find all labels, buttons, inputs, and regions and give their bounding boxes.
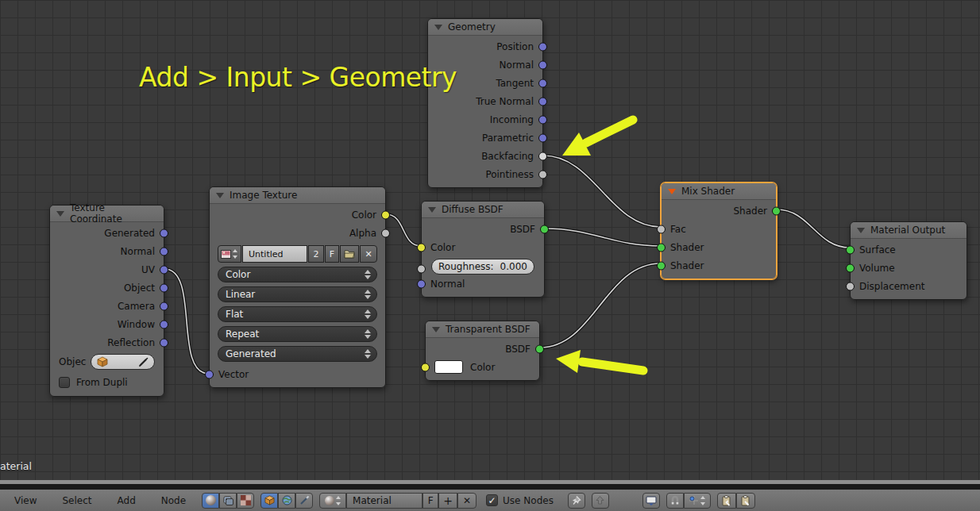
output-socket-shader[interactable]: [772, 206, 781, 215]
node-editor-header: View Select Add Node: [0, 490, 980, 511]
node-geometry[interactable]: Geometry Position Normal Tangent True No…: [427, 18, 543, 188]
output-socket-uv[interactable]: [160, 265, 168, 274]
paste-nodes-button[interactable]: [736, 493, 755, 509]
dropdown-arrows-icon: [365, 349, 371, 359]
output-socket-bsdf[interactable]: [540, 225, 549, 233]
input-socket-color[interactable]: [421, 363, 430, 371]
source-dropdown[interactable]: Generated: [218, 346, 377, 362]
output-socket-normal[interactable]: [160, 247, 168, 256]
menu-select[interactable]: Select: [52, 495, 101, 506]
pin-button[interactable]: [568, 493, 585, 509]
node-mix-shader[interactable]: Mix Shader Shader Fac Shader Shader: [661, 182, 777, 279]
socket-row: Vector: [210, 365, 385, 383]
collapse-icon[interactable]: [857, 228, 865, 233]
input-socket-shader1[interactable]: [657, 243, 666, 252]
link-backfacing-to-fac: [543, 156, 661, 227]
node-header[interactable]: Geometry: [428, 19, 542, 36]
image-users-button[interactable]: 2: [308, 245, 324, 263]
input-socket-volume[interactable]: [846, 263, 855, 272]
collapse-icon[interactable]: [428, 207, 436, 213]
projection-dropdown[interactable]: Flat: [218, 306, 377, 322]
roughness-slider[interactable]: Roughness: 0.000: [431, 259, 534, 275]
fake-user-button[interactable]: F: [325, 245, 339, 263]
shader-nodes-button[interactable]: [202, 493, 219, 509]
input-socket-vector[interactable]: [205, 370, 214, 378]
image-browse-button[interactable]: [218, 245, 241, 263]
output-socket-window[interactable]: [160, 320, 168, 328]
node-header[interactable]: Diffuse BSDF: [422, 202, 544, 218]
input-socket-surface[interactable]: [846, 245, 855, 254]
output-socket-pointiness[interactable]: [538, 170, 547, 179]
output-socket-alpha[interactable]: [381, 229, 390, 237]
node-header[interactable]: Texture Coordinate: [50, 206, 164, 222]
collapse-icon[interactable]: [434, 25, 442, 30]
fake-user-button[interactable]: F: [422, 493, 438, 509]
image-name-field[interactable]: Untitled: [242, 245, 307, 263]
output-socket-object[interactable]: [160, 283, 168, 292]
input-socket-shader2[interactable]: [657, 261, 666, 270]
output-socket-reflection[interactable]: [160, 338, 168, 347]
input-socket-roughness[interactable]: [417, 265, 426, 274]
output-socket-tangent[interactable]: [538, 79, 547, 87]
input-socket-displacement[interactable]: [846, 282, 855, 290]
output-socket-normal[interactable]: [538, 60, 547, 69]
node-transparent-bsdf[interactable]: Transparent BSDF BSDF Color: [425, 321, 540, 381]
collapse-icon[interactable]: [668, 189, 676, 194]
node-header[interactable]: Transparent BSDF: [426, 321, 539, 338]
node-image-texture[interactable]: Image Texture Color Alpha Untitled 2 F: [209, 186, 386, 388]
unlink-material-button[interactable]: ✕: [457, 493, 476, 509]
go-to-parent-button[interactable]: [592, 493, 609, 509]
compositing-nodes-button[interactable]: [219, 493, 237, 509]
collapse-icon[interactable]: [432, 327, 440, 332]
node-material-output[interactable]: Material Output Surface Volume Displacem…: [850, 221, 967, 300]
backdrop-icon: [646, 495, 657, 505]
browse-material-button[interactable]: [319, 493, 346, 509]
input-socket-normal[interactable]: [417, 279, 426, 288]
output-socket-true-normal[interactable]: [538, 97, 547, 106]
output-socket-position[interactable]: [538, 42, 547, 51]
texture-nodes-button[interactable]: [237, 493, 254, 509]
checkbox-checked-icon[interactable]: ✓: [486, 494, 498, 506]
new-material-button[interactable]: +: [438, 493, 457, 509]
object-context-button[interactable]: [260, 493, 278, 509]
color-swatch[interactable]: [434, 360, 463, 374]
node-header[interactable]: Material Output: [851, 222, 966, 239]
world-context-button[interactable]: [278, 493, 295, 509]
snap-toggle-button[interactable]: [666, 493, 684, 509]
input-socket-color[interactable]: [417, 243, 426, 252]
linestyle-context-button[interactable]: [295, 493, 313, 509]
material-name-field[interactable]: Material: [346, 493, 422, 509]
browse-stepper-icon[interactable]: [233, 249, 238, 259]
input-socket-fac[interactable]: [657, 225, 666, 233]
interpolation-dropdown[interactable]: Linear: [218, 286, 377, 302]
extension-dropdown[interactable]: Repeat: [218, 326, 377, 342]
menu-add[interactable]: Add: [108, 495, 145, 506]
node-header[interactable]: Image Texture: [210, 187, 385, 204]
use-nodes-toggle[interactable]: ✓ Use Nodes: [486, 494, 554, 506]
node-diffuse-bsdf[interactable]: Diffuse BSDF BSDF Color Roughness: 0.000…: [421, 201, 545, 298]
unlink-image-button[interactable]: ✕: [360, 245, 377, 263]
output-socket-incoming[interactable]: [538, 115, 547, 124]
output-socket-backfacing[interactable]: [538, 152, 547, 160]
open-image-button[interactable]: [340, 245, 359, 263]
output-socket-camera[interactable]: [160, 302, 168, 310]
node-header[interactable]: Mix Shader: [662, 183, 776, 200]
link-diffuse-to-shader1: [545, 229, 661, 246]
copy-nodes-button[interactable]: [717, 493, 736, 509]
backdrop-toggle-button[interactable]: [642, 493, 660, 509]
socket-row: Parametric: [428, 129, 542, 147]
object-selector-field[interactable]: [91, 354, 155, 370]
checkbox-from-dupli[interactable]: [59, 377, 70, 388]
output-socket-generated[interactable]: [160, 229, 168, 237]
eyedropper-icon[interactable]: [138, 357, 149, 367]
snap-element-button[interactable]: [684, 493, 711, 509]
output-socket-parametric[interactable]: [538, 133, 547, 142]
collapse-icon[interactable]: [56, 211, 64, 217]
output-socket-color[interactable]: [381, 210, 390, 219]
node-texture-coordinate[interactable]: Texture Coordinate Generated Normal UV O…: [49, 205, 164, 397]
output-socket-bsdf[interactable]: [535, 344, 544, 353]
color-space-dropdown[interactable]: Color: [218, 267, 377, 282]
menu-view[interactable]: View: [5, 495, 46, 506]
collapse-icon[interactable]: [216, 193, 224, 198]
menu-node[interactable]: Node: [152, 495, 195, 506]
